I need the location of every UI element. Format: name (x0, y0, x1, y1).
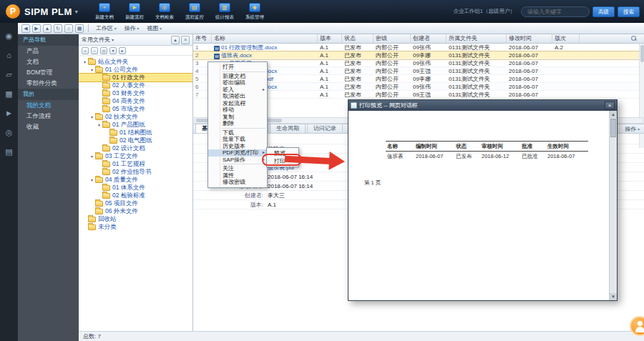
tree-refresh-icon[interactable]: ▴ (171, 36, 180, 44)
details-action-menu[interactable]: 操作 (625, 125, 640, 133)
tree-item[interactable]: 01 结构图纸 (79, 129, 192, 137)
tree-item[interactable]: ▾04 质量文件 (79, 176, 192, 184)
dialog-scrollbar[interactable]: ▲ ▼ (609, 111, 617, 300)
grid-column-header[interactable]: 版次 (552, 34, 580, 43)
search-button[interactable]: 搜索 (618, 6, 640, 17)
tree-item[interactable]: ▾02 技术文件 (79, 113, 192, 121)
tree-item[interactable]: 02 设计文档 (79, 144, 192, 152)
context-menu-item[interactable]: 新建文档 (208, 73, 267, 80)
tree-item[interactable]: 05 项目文件 (79, 199, 192, 207)
table-row[interactable]: 1W01 行政管理制度.docxA.1已发布内部公开09张伟0131测试文件夹2… (193, 44, 644, 51)
context-menu-item[interactable]: 属性 (208, 172, 267, 179)
topbar-tool[interactable]: +新建文档 (89, 0, 119, 23)
toolbar-menu[interactable]: 视图 (144, 24, 165, 32)
new-folder-icon[interactable]: + (82, 47, 89, 54)
tree-expander-icon[interactable]: ▾ (89, 67, 95, 72)
tree-item[interactable]: 06 外来文件 (79, 207, 192, 215)
home-icon[interactable]: ⌂ (64, 24, 73, 33)
tree-item[interactable]: 03 财务文件 (79, 89, 192, 97)
sidenav-item[interactable]: 工作流程 (18, 111, 79, 122)
tree-item[interactable]: 01 工艺规程 (79, 160, 192, 168)
context-menu-item[interactable]: SAP操作▸ (208, 157, 267, 164)
grid-column-header[interactable]: 密级 (374, 34, 411, 43)
sidenav-item[interactable]: 零部件分类 (18, 78, 79, 89)
sidenav-item[interactable]: 文档 (18, 56, 79, 67)
context-menu-item[interactable]: 发起流程 (208, 100, 267, 107)
tree-item[interactable]: 回收站 (79, 215, 192, 223)
document-link[interactable]: 值班表.docx (221, 52, 252, 59)
scroll-down-icon[interactable]: ▼ (610, 293, 617, 300)
share-icon[interactable]: ◉ (4, 30, 15, 41)
sidenav-item[interactable]: 收藏 (18, 122, 79, 132)
tree-item[interactable]: ▾01 公司文件 (79, 66, 192, 74)
tree-item[interactable]: 02 检验标准 (79, 192, 192, 199)
folder-combo[interactable]: 常用文件夹 (82, 36, 110, 44)
column-search-icon[interactable] (631, 36, 637, 41)
tree-pin-icon[interactable]: ≡ (181, 36, 190, 44)
apps-icon[interactable]: ▦ (4, 88, 15, 99)
edit-icon[interactable]: ▱ (4, 69, 15, 80)
context-menu-item[interactable]: 签入▸ (208, 87, 267, 94)
expand-all-icon[interactable]: ▾ (109, 47, 117, 54)
sidenav-item[interactable]: BOM管理 (18, 67, 79, 78)
sidenav-item[interactable]: 我的文档 (18, 100, 79, 111)
tree-item[interactable]: 01 体系文件 (79, 184, 192, 192)
forward-icon[interactable]: ▶ (32, 24, 41, 33)
search-input[interactable] (521, 6, 590, 17)
scrollbar-thumb[interactable] (640, 45, 644, 62)
details-tab[interactable]: 生命周期 (270, 124, 306, 133)
tree-item[interactable]: ▾01 产品图纸 (79, 121, 192, 129)
back-icon[interactable]: ◀ (21, 24, 30, 33)
details-tab[interactable]: 访问记录 (307, 124, 343, 133)
grid-column-header[interactable]: 名称 (212, 34, 318, 43)
support-bubble-icon[interactable] (630, 316, 644, 336)
tree-item[interactable]: 02 电气图纸 (79, 137, 192, 144)
scrollbar-thumb[interactable] (610, 119, 616, 137)
advanced-search-button[interactable]: 高级 (592, 6, 615, 17)
delete-folder-icon[interactable]: − (91, 47, 98, 54)
tree-expander-icon[interactable]: ▾ (96, 122, 102, 127)
tree-expander-icon[interactable]: ▾ (89, 154, 95, 159)
toolbar-menu[interactable]: 操作 (122, 24, 142, 32)
tree-item[interactable]: 02 人事文件 (79, 81, 192, 89)
grid-column-header[interactable]: 状态 (342, 34, 374, 43)
locate-icon[interactable]: ◎ (4, 127, 15, 138)
tree-item[interactable]: ▾03 工艺文件 (79, 152, 192, 160)
context-menu-item[interactable]: 关注 (208, 165, 267, 172)
grid-column-header[interactable]: 修改时间 (507, 34, 552, 43)
submenu-item[interactable]: 打印 (267, 157, 298, 165)
submenu-item[interactable]: 预览 (267, 149, 298, 157)
grid-column-header[interactable]: 创建者 (411, 34, 447, 43)
context-menu-item[interactable]: 移动 (208, 107, 267, 114)
tree-item[interactable]: 未分类 (79, 223, 192, 231)
context-menu-item[interactable]: PDF浏览/打印▸ (208, 149, 267, 157)
send-icon[interactable]: ► (4, 107, 15, 119)
sidenav-item[interactable]: 产品 (18, 46, 79, 56)
context-menu-item[interactable]: 修改密级 (208, 179, 267, 186)
grid-column-header[interactable]: 序号 (193, 34, 212, 43)
topbar-tool[interactable]: ◈系统管理 (240, 0, 270, 23)
context-menu-item[interactable]: 批量下载 (208, 136, 267, 143)
tree-item[interactable]: ▾站点文件夹 (79, 58, 192, 66)
tree-expander-icon[interactable]: ▾ (89, 177, 95, 182)
topbar-tool[interactable]: ▤流程监控 (180, 0, 210, 23)
tree-item[interactable]: 01 行政文件 (79, 74, 192, 81)
tree-expander-icon[interactable]: ▾ (82, 59, 88, 64)
context-menu-item[interactable]: 签出编辑 (208, 79, 267, 87)
context-menu-item[interactable]: 删除 (208, 120, 267, 127)
app-title-caret-icon[interactable] (75, 9, 78, 15)
topbar-tool[interactable]: ▥统计报表 (210, 0, 240, 23)
chevron-down-icon[interactable] (112, 36, 114, 43)
scroll-up-icon[interactable]: ▲ (610, 111, 617, 118)
tree-item[interactable]: 02 作业指导书 (79, 168, 192, 176)
context-menu-item[interactable]: 取消签出 (208, 93, 267, 100)
tree-item[interactable]: 05 市场文件 (79, 105, 192, 113)
topbar-tool[interactable]: ◎文档检索 (150, 0, 180, 23)
context-menu-item[interactable]: 下载 (208, 129, 267, 137)
book-icon[interactable]: ▤ (4, 146, 15, 157)
dialog-titlebar[interactable]: 打印预览 -- 网页对话框 × (348, 100, 617, 111)
context-menu-item[interactable]: 历史版本 (208, 143, 267, 150)
context-menu-item[interactable]: 复制 (208, 114, 267, 121)
home-icon[interactable]: ⌂ (4, 49, 15, 61)
table-row[interactable]: 2W值班表.docxA.1已发布内部公开09李娜0131测试文件夹2018-06… (193, 51, 644, 59)
